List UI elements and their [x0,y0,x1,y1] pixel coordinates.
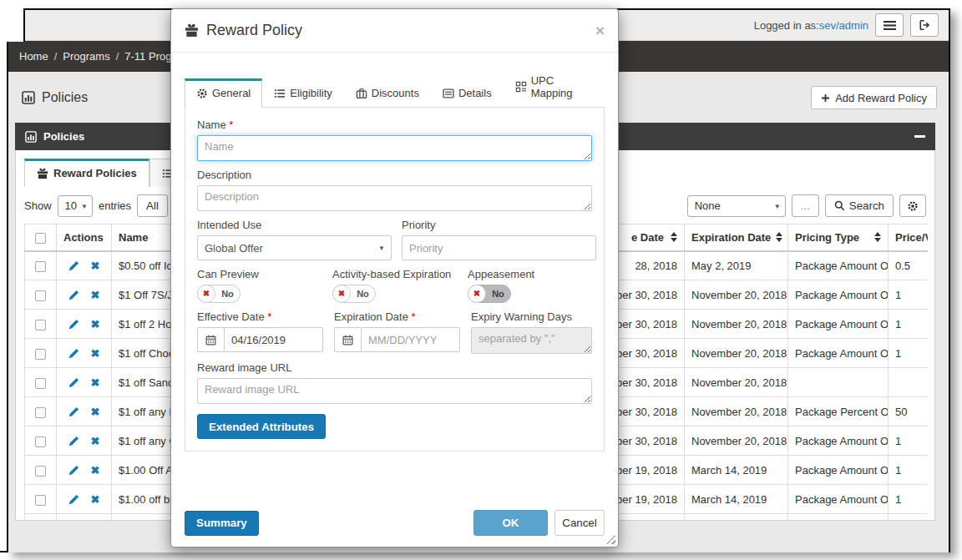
tab-eligibility[interactable]: Eligibility [262,78,344,108]
extended-attributes-button[interactable]: Extended Attributes [197,414,326,439]
expiry-warning-days-input [471,327,592,354]
edit-icon[interactable] [68,319,79,330]
delete-icon[interactable]: ✖ [91,465,100,476]
delete-icon[interactable]: ✖ [91,260,100,271]
effective-date-label: Effective Date * [197,310,323,323]
tab-upc-mapping[interactable]: UPC Mapping [504,66,605,108]
gift-icon [185,23,199,38]
price-value-cell: 50 [889,397,929,426]
edit-icon[interactable] [68,406,79,417]
expiration-date-cell: March 14, 2019 [685,485,788,514]
name-label: Name * [197,119,592,131]
expiration-date-group [334,327,460,352]
col-header-price-value[interactable]: Price/Value [889,225,929,251]
plus-icon [821,93,830,103]
pricing-type-cell: Package Percent Off [788,397,889,426]
edit-icon[interactable] [68,348,79,359]
delete-icon[interactable]: ✖ [91,436,100,446]
modal-title: Reward Policy [185,22,302,39]
filter-select[interactable]: None ▼ [687,195,786,217]
breadcrumb-home[interactable]: Home [19,50,48,63]
list-alt-icon [443,88,454,99]
row-checkbox[interactable] [35,378,46,389]
price-value-cell: 1 [889,310,929,339]
hamburger-icon [884,20,896,31]
delete-icon[interactable]: ✖ [91,319,100,330]
edit-icon[interactable] [68,494,79,505]
row-checkbox[interactable] [35,320,46,330]
edit-icon[interactable] [68,436,79,446]
row-checkbox[interactable] [35,290,46,301]
expiration-date-cell: November 20, 2018 [685,339,788,368]
expiration-date-input[interactable] [361,327,460,352]
gear-icon [907,200,919,212]
toggle-x-icon: ✖ [332,285,351,303]
delete-icon[interactable]: ✖ [91,406,100,417]
row-checkbox[interactable] [35,407,46,418]
logout-button[interactable] [910,13,939,37]
qrcode-icon [515,81,527,93]
page-size-select[interactable]: 10 ▼ [58,195,93,217]
name-input[interactable] [197,135,592,161]
username-link[interactable]: sev/admin [819,19,868,32]
show-label: Show [24,199,52,212]
col-header-pricing-type[interactable]: Pricing Type [788,225,889,251]
calendar-icon[interactable] [197,327,224,352]
edit-icon[interactable] [68,260,79,271]
row-checkbox[interactable] [35,261,46,272]
edit-icon[interactable] [68,377,79,388]
delete-icon[interactable]: ✖ [91,348,100,359]
select-all-checkbox[interactable] [35,233,46,244]
ok-button[interactable]: OK [473,510,548,536]
tab-reward-policies[interactable]: Reward Policies [24,159,149,187]
expiry-warning-days-label: Expiry Warning Days [471,310,592,323]
price-value-cell: 1 [889,426,929,456]
row-checkbox[interactable] [35,349,46,360]
more-options-button[interactable]: ... [792,194,819,217]
row-checkbox[interactable] [35,436,46,447]
add-reward-policy-button[interactable]: Add Reward Policy [811,86,937,109]
sort-icon [874,232,881,242]
sign-out-icon [919,19,931,31]
delete-icon[interactable]: ✖ [91,290,100,300]
cancel-button[interactable]: Cancel [554,510,605,536]
can-preview-toggle[interactable]: ✖ No [197,285,240,303]
calendar-icon[interactable] [334,327,361,352]
caret-down-icon: ▼ [774,203,781,210]
all-button[interactable]: All [137,194,168,217]
col-header-expiration-date[interactable]: Expiration Date [685,225,788,251]
table-settings-button[interactable] [899,194,926,217]
summary-button[interactable]: Summary [185,511,259,536]
delete-icon[interactable]: ✖ [91,494,100,505]
pricing-type-cell: Package Amount Off [788,339,889,368]
search-icon [834,200,845,211]
expiration-date-cell: March 14, 2019 [685,456,788,485]
reward-image-url-input[interactable] [197,378,592,404]
expiration-date-cell: November 20, 2018 [685,310,788,339]
effective-date-input[interactable] [224,327,323,352]
breadcrumb-programs[interactable]: Programs [63,50,109,63]
appeasement-toggle[interactable]: ✖ No [468,285,511,303]
expiration-date-cell: May 2, 2019 [685,251,788,280]
menu-button[interactable] [875,13,904,37]
resize-handle[interactable] [606,535,615,544]
activity-expiration-toggle[interactable]: ✖ No [332,285,376,303]
row-checkbox[interactable] [35,495,46,506]
bar-chart-icon [22,91,35,104]
tab-discounts[interactable]: Discounts [344,78,431,108]
edit-icon[interactable] [68,465,79,476]
panel-title: Policies [43,130,84,143]
briefcase-icon [356,88,367,99]
collapse-icon[interactable] [914,135,925,138]
tab-general[interactable]: General [185,78,262,108]
list-icon [274,88,286,99]
row-checkbox[interactable] [35,466,46,477]
edit-icon[interactable] [68,290,79,300]
description-input[interactable] [197,185,592,211]
search-button[interactable]: Search [825,194,894,217]
tab-details[interactable]: Details [431,78,504,108]
intended-use-select[interactable]: Global Offer ▼ [197,235,392,260]
close-icon[interactable]: × [595,25,605,37]
delete-icon[interactable]: ✖ [91,377,100,388]
priority-input[interactable] [402,235,596,260]
